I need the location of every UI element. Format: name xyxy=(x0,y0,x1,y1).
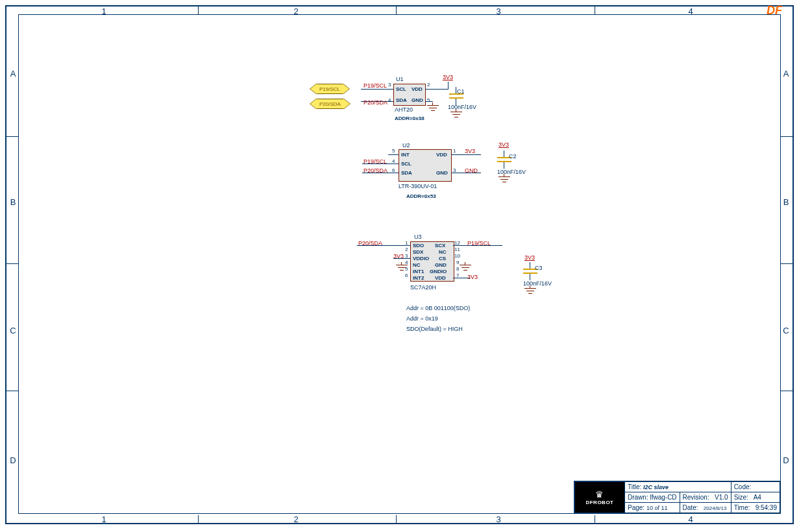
port-label: P20/SDA xyxy=(316,99,344,109)
p11: 11 xyxy=(454,247,460,252)
tick xyxy=(595,5,595,14)
port-tip-icon xyxy=(343,99,350,109)
tb-drawn: Drawn: lfwag-CD xyxy=(624,492,680,503)
p2: 2 xyxy=(405,247,408,252)
gnd-icon xyxy=(395,262,409,272)
u1-pin-sda-name: SDA xyxy=(396,97,407,103)
tb-title-v: I2C slave xyxy=(643,484,669,490)
u2-vdd: VDD xyxy=(436,152,447,158)
u2-gnd-net: GND xyxy=(465,167,478,174)
c1-ref: C1 xyxy=(457,88,465,95)
ruler-left-D: D xyxy=(8,455,18,465)
u3-vdd-net: 3V3 xyxy=(467,274,478,280)
tick xyxy=(198,5,199,14)
u1-pin-vdd-name: VDD xyxy=(412,86,423,92)
tb-time: Time: 9:54:39 xyxy=(731,503,780,513)
tb-page-k: Page: xyxy=(628,504,645,511)
u2-gnd: GND xyxy=(436,170,448,176)
c3-rail: 3V3 xyxy=(524,254,535,261)
wire xyxy=(388,154,399,155)
ruler-left-C: C xyxy=(8,326,18,335)
u1-ref: U1 xyxy=(396,76,404,82)
tb-page: Page: 10 of 11 xyxy=(624,503,680,513)
crown-icon: ♛ xyxy=(578,489,622,500)
wire xyxy=(425,89,449,90)
gnd-icon xyxy=(426,103,440,113)
tb-date-v: 2024/8/13 xyxy=(704,505,727,511)
u3-vddr: VDD xyxy=(435,275,446,281)
u1-pin-scl-name: SCL xyxy=(396,86,406,92)
wire xyxy=(361,89,393,90)
u3-sdo: SDO xyxy=(413,243,424,248)
port-tip-icon xyxy=(310,84,317,94)
tick xyxy=(5,391,18,391)
df-logo: DF xyxy=(767,4,782,18)
ruler-left-A: A xyxy=(8,69,18,79)
tb-code: Code: xyxy=(731,482,780,492)
tick xyxy=(198,515,199,524)
ruler-top-3: 3 xyxy=(493,6,504,16)
ruler-top-1: 1 xyxy=(99,6,109,16)
port-p19scl: P19/SCL xyxy=(310,84,349,93)
u1-pin3: 3 xyxy=(388,82,391,88)
u2-pin1: 1 xyxy=(453,148,456,154)
u2-addr: ADDR=0x53 xyxy=(406,193,436,199)
tick xyxy=(595,515,595,524)
tb-drawn-k: Drawn: xyxy=(628,494,648,501)
schematic-sheet: DF 1 2 3 4 1 2 3 4 A B C D A B C D U1 SC… xyxy=(0,0,799,532)
wire xyxy=(448,82,449,90)
tb-title: Title: I2C slave xyxy=(624,482,731,492)
ruler-bot-4: 4 xyxy=(685,514,696,524)
tb-brand: DFROBOT xyxy=(578,500,622,505)
tb-rev-k: Revision: xyxy=(683,494,709,501)
wire xyxy=(425,101,433,102)
u1-pin4: 4 xyxy=(388,97,391,103)
tb-time-v: 9:54:39 xyxy=(756,504,777,511)
u2-sda-net: P20/SDA xyxy=(363,167,387,174)
u1-addr: ADDR=0x38 xyxy=(395,115,424,121)
port-p20sda: P20/SDA xyxy=(310,99,350,108)
u2-scl: SCL xyxy=(401,161,412,167)
port-tip-icon xyxy=(310,99,317,109)
tb-date-k: Date: xyxy=(683,504,698,511)
u1-vdd-flag: 3V3 xyxy=(443,74,453,80)
tick xyxy=(396,515,397,524)
ruler-bot-3: 3 xyxy=(493,514,504,524)
tb-drawn-v: lfwag-CD xyxy=(650,494,676,501)
u3-part: SC7A20H xyxy=(410,284,436,291)
u3-int2: INT2 xyxy=(413,275,424,281)
tick xyxy=(781,391,794,391)
u2-scl-net: P19/SCL xyxy=(363,158,387,165)
ruler-bot-1: 1 xyxy=(99,514,109,524)
u3-nc: NC xyxy=(413,262,421,268)
u3-note1: Addr = 0B 001100(SDO) xyxy=(406,305,470,311)
gnd-icon xyxy=(497,174,511,184)
u3-note2: Addr = 0x19 xyxy=(406,315,438,322)
u2-vdd-net: 3V3 xyxy=(465,148,475,154)
tb-rev-v: V1.0 xyxy=(715,494,728,501)
c2-ref: C2 xyxy=(509,153,517,160)
tb-time-k: Time: xyxy=(734,504,750,511)
ruler-right-D: D xyxy=(781,455,791,465)
u2-pin5: 5 xyxy=(392,148,395,154)
ruler-right-B: B xyxy=(781,197,791,207)
u1-sda-netname: P20/SDA xyxy=(363,99,387,106)
c2-rail: 3V3 xyxy=(498,141,509,148)
ruler-top-2: 2 xyxy=(291,6,301,16)
p10: 10 xyxy=(454,253,460,259)
tb-logo: ♛ DFROBOT xyxy=(574,482,624,513)
port-tip-icon xyxy=(343,84,349,94)
ruler-left-B: B xyxy=(8,197,18,207)
tb-rev: Revision: V1.0 xyxy=(680,492,731,503)
u2-ref: U2 xyxy=(402,142,410,149)
u2-int: INT xyxy=(401,152,410,158)
u3-vddio: VDDIO xyxy=(413,256,429,261)
tb-code-k: Code: xyxy=(734,483,752,490)
ruler-bot-2: 2 xyxy=(291,514,301,524)
gnd-icon xyxy=(449,109,463,119)
u3-sdx: SDX xyxy=(413,249,423,255)
u3-scx-net: P19/SCL xyxy=(467,240,491,247)
u3-int1: INT1 xyxy=(413,269,424,274)
tb-title-k: Title: xyxy=(628,483,641,490)
tb-size: Size: A4 xyxy=(731,492,780,503)
